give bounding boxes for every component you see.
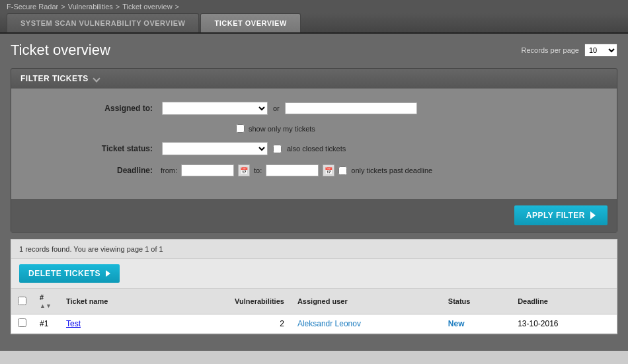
sort-num-icon: ▲▼ bbox=[40, 303, 52, 309]
to-calendar-icon[interactable]: 📅 bbox=[323, 164, 334, 176]
th-num-label: # bbox=[40, 293, 44, 301]
row-assigned-user-cell: Aleksandr Leonov bbox=[291, 314, 442, 334]
from-calendar-icon[interactable]: 📅 bbox=[238, 164, 250, 176]
past-deadline-checkbox[interactable] bbox=[338, 166, 347, 175]
breadcrumb: F-Secure Radar > Vulnerabilities > Ticke… bbox=[0, 0, 628, 13]
delete-tickets-button[interactable]: DELETE TICKETS bbox=[19, 264, 120, 283]
also-closed-label: also closed tickets bbox=[287, 145, 346, 153]
table-body: #1 Test 2 Aleksandr Leonov New bbox=[11, 314, 617, 334]
th-assigned-user[interactable]: Assigned user bbox=[291, 289, 442, 314]
assigned-to-row: Assigned to: or bbox=[77, 102, 604, 115]
tab-ticket-overview[interactable]: TICKET OVERVIEW bbox=[200, 13, 300, 32]
th-vulnerabilities[interactable]: Vulnerabilities bbox=[168, 289, 291, 314]
or-label: or bbox=[273, 104, 280, 112]
th-ticket-name-label: Ticket name bbox=[66, 297, 108, 305]
th-vulnerabilities-label: Vulnerabilities bbox=[235, 297, 284, 305]
show-my-tickets-label: show only my tickets bbox=[249, 125, 315, 133]
records-per-page-select[interactable]: 10 25 50 100 bbox=[584, 44, 617, 57]
from-label: from: bbox=[161, 166, 177, 174]
row-ticket-name-link[interactable]: Test bbox=[66, 319, 81, 328]
results-info-text: 1 records found. You are viewing page 1 … bbox=[19, 245, 163, 253]
filter-toggle-icon bbox=[93, 75, 100, 82]
assigned-to-text-input[interactable] bbox=[285, 102, 417, 114]
main-content: Ticket overview Records per page 10 25 5… bbox=[0, 34, 628, 351]
row-deadline: 13-10-2016 bbox=[518, 319, 558, 328]
row-deadline-cell: 13-10-2016 bbox=[511, 314, 617, 334]
show-my-tickets-checkbox[interactable] bbox=[236, 124, 245, 133]
delete-tickets-arrow-icon bbox=[106, 270, 110, 277]
row-num: #1 bbox=[40, 319, 48, 328]
row-ticket-name-cell: Test bbox=[59, 314, 168, 334]
filter-header[interactable]: FILTER TICKETS bbox=[11, 69, 617, 89]
ticket-status-row: Ticket status: also closed tickets bbox=[77, 142, 604, 155]
to-label: to: bbox=[254, 166, 262, 174]
breadcrumb-fsecure[interactable]: F-Secure Radar bbox=[7, 3, 58, 11]
show-my-tickets-row: show only my tickets bbox=[77, 124, 604, 133]
row-num-cell: #1 bbox=[33, 314, 59, 334]
th-ticket-name[interactable]: Ticket name bbox=[59, 289, 168, 314]
deadline-label: Deadline: bbox=[77, 166, 157, 175]
assigned-to-label: Assigned to: bbox=[77, 104, 157, 113]
results-info: 1 records found. You are viewing page 1 … bbox=[11, 240, 617, 259]
deadline-to-input[interactable] bbox=[266, 164, 319, 176]
also-closed-checkbox[interactable] bbox=[273, 145, 282, 153]
th-status-label: Status bbox=[448, 297, 471, 305]
select-all-checkbox[interactable] bbox=[18, 297, 26, 305]
row-assigned-user-link[interactable]: Aleksandr Leonov bbox=[297, 319, 361, 328]
ticket-table: # ▲▼ Ticket name Vulnerabilities Assigne… bbox=[11, 289, 617, 334]
th-assigned-user-label: Assigned user bbox=[297, 297, 348, 305]
filter-section: FILTER TICKETS Assigned to: or show only… bbox=[11, 68, 617, 233]
row-status-cell: New bbox=[442, 314, 511, 334]
apply-filter-arrow-icon bbox=[590, 211, 596, 219]
tab-system-scan[interactable]: SYSTEM SCAN VULNERABILITY OVERVIEW bbox=[7, 13, 199, 32]
results-area: 1 records found. You are viewing page 1 … bbox=[11, 239, 617, 334]
tab-bar: SYSTEM SCAN VULNERABILITY OVERVIEW TICKE… bbox=[0, 13, 628, 34]
records-per-page-label: Records per page bbox=[522, 46, 579, 54]
assigned-to-select[interactable] bbox=[162, 102, 268, 115]
row-vulnerabilities: 2 bbox=[280, 319, 284, 328]
breadcrumb-ticket-overview[interactable]: Ticket overview bbox=[122, 3, 172, 11]
apply-filter-label: APPLY FILTER bbox=[526, 211, 585, 220]
th-checkbox bbox=[11, 289, 33, 314]
delete-btn-row: DELETE TICKETS bbox=[11, 259, 617, 289]
row-checkbox[interactable] bbox=[18, 318, 26, 327]
row-status: New bbox=[448, 319, 465, 328]
th-deadline-label: Deadline bbox=[518, 297, 548, 305]
page-title: Ticket overview bbox=[11, 42, 110, 59]
row-vulnerabilities-cell: 2 bbox=[168, 314, 291, 334]
filter-body: Assigned to: or show only my tickets Tic… bbox=[11, 89, 617, 199]
ticket-status-label: Ticket status: bbox=[77, 144, 157, 153]
table-header-row: # ▲▼ Ticket name Vulnerabilities Assigne… bbox=[11, 289, 617, 314]
ticket-status-select[interactable] bbox=[162, 142, 268, 155]
apply-filter-button[interactable]: APPLY FILTER bbox=[514, 205, 608, 225]
past-deadline-label: only tickets past deadline bbox=[351, 166, 432, 174]
th-status[interactable]: Status bbox=[442, 289, 511, 314]
deadline-from-input[interactable] bbox=[181, 164, 234, 176]
apply-btn-row: APPLY FILTER bbox=[11, 199, 617, 232]
row-checkbox-cell bbox=[11, 314, 33, 334]
th-deadline[interactable]: Deadline bbox=[511, 289, 617, 314]
th-num[interactable]: # ▲▼ bbox=[33, 289, 59, 314]
delete-tickets-label: DELETE TICKETS bbox=[28, 269, 100, 278]
filter-title: FILTER TICKETS bbox=[20, 74, 89, 83]
deadline-row: Deadline: from: 📅 to: 📅 only tickets pas… bbox=[77, 164, 604, 176]
breadcrumb-vulnerabilities[interactable]: Vulnerabilities bbox=[68, 3, 113, 11]
page-header: Ticket overview Records per page 10 25 5… bbox=[11, 42, 617, 59]
records-per-page-control: Records per page 10 25 50 100 bbox=[522, 44, 617, 57]
table-row: #1 Test 2 Aleksandr Leonov New bbox=[11, 314, 617, 334]
